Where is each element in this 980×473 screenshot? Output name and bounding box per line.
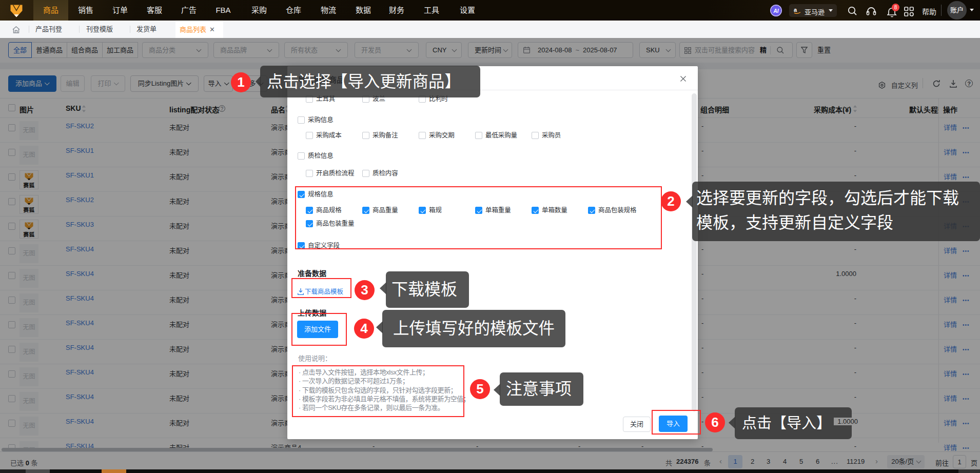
svg-text:a: a — [794, 7, 797, 13]
svg-text:AI: AI — [773, 8, 779, 14]
